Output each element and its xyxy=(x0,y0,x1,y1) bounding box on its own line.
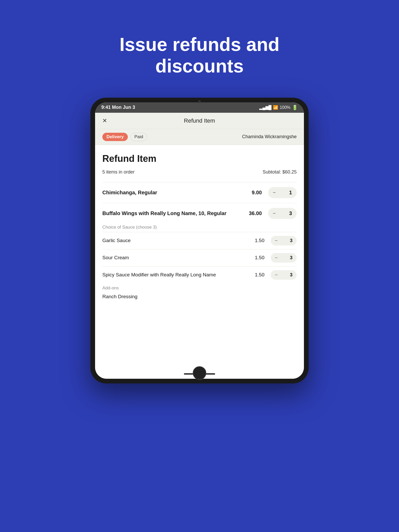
modifier-name: Sour Cream xyxy=(102,255,249,261)
addons-label: Add-ons xyxy=(102,285,297,291)
decrease-modifier-button[interactable]: − xyxy=(275,238,278,243)
modifier-row: Sour Cream 1.50 − 3 xyxy=(102,249,297,266)
item-name: Chimichanga, Regular xyxy=(102,190,157,195)
quantity-value: 3 xyxy=(289,210,292,216)
modifier-row: Garlic Sauce 1.50 − 3 xyxy=(102,232,297,249)
item-row: Buffalo Wings with Really Long Name, 10,… xyxy=(102,203,297,224)
modifier-name: Garlic Sauce xyxy=(102,238,249,243)
modifier-price: 1.50 xyxy=(255,272,264,278)
modal-header: ✕ Refund Item xyxy=(95,113,304,129)
modal-title: Refund Item xyxy=(184,117,215,124)
modifier-quantity-control[interactable]: − 3 xyxy=(271,270,297,280)
delivery-tag: Delivery xyxy=(102,133,128,141)
status-icons: ▂▄▆█ 📶 100% 🔋 xyxy=(259,105,298,110)
order-summary-row: 5 items in order Subtotal: $60.25 xyxy=(102,169,297,175)
item-price: 36.00 xyxy=(246,210,262,216)
modifier-name: Spicy Sauce Modifier with Really Really … xyxy=(102,272,249,278)
tablet-device: 9:41 Mon Jun 3 ▂▄▆█ 📶 100% 🔋 ✕ Refund It… xyxy=(90,98,309,383)
status-bar: 9:41 Mon Jun 3 ▂▄▆█ 📶 100% 🔋 xyxy=(95,102,304,113)
hero-title: Issue refunds and discounts xyxy=(119,34,280,77)
item-info: Buffalo Wings with Really Long Name, 10,… xyxy=(102,210,240,216)
battery-icon: 🔋 xyxy=(292,105,298,110)
modifier-price: 1.50 xyxy=(255,238,264,243)
modifier-quantity-value: 3 xyxy=(290,238,292,243)
modifier-quantity-value: 3 xyxy=(290,272,292,278)
item-info: Chimichanga, Regular xyxy=(102,190,240,196)
close-button[interactable]: ✕ xyxy=(102,117,107,124)
wifi-icon: 📶 xyxy=(273,105,278,110)
status-time: 9:41 Mon Jun 3 xyxy=(101,105,135,110)
paid-tag: Paid xyxy=(130,133,147,141)
item-price: 9.00 xyxy=(246,190,262,196)
tablet-home-button[interactable] xyxy=(193,366,206,380)
modifier-quantity-control[interactable]: − 3 xyxy=(271,236,297,245)
customer-name: Chaminda Wickramingshe xyxy=(242,134,297,139)
quantity-control[interactable]: − 1 xyxy=(268,187,297,198)
modifier-row: Spicy Sauce Modifier with Really Really … xyxy=(102,266,297,283)
quantity-value: 1 xyxy=(289,190,292,196)
addon-item: Ranch Dressing xyxy=(102,292,297,302)
decrease-modifier-button[interactable]: − xyxy=(275,255,278,261)
items-count: 5 items in order xyxy=(102,169,135,175)
modifier-quantity-value: 3 xyxy=(290,255,292,261)
signal-icon: ▂▄▆█ xyxy=(259,105,271,110)
item-name: Buffalo Wings with Really Long Name, 10,… xyxy=(102,210,227,216)
decrease-modifier-button[interactable]: − xyxy=(275,272,278,278)
quantity-control[interactable]: − 3 xyxy=(268,208,297,219)
decrease-quantity-button[interactable]: − xyxy=(273,190,276,196)
refund-item-heading: Refund Item xyxy=(102,153,297,164)
battery-label: 100% xyxy=(280,105,290,110)
decrease-quantity-button[interactable]: − xyxy=(273,210,276,216)
tablet-screen: 9:41 Mon Jun 3 ▂▄▆█ 📶 100% 🔋 ✕ Refund It… xyxy=(95,102,304,379)
subtotal: Subtotal: $60.25 xyxy=(263,169,297,175)
tablet-camera xyxy=(198,100,201,103)
modifier-group-label: Choice of Sauce (choose 3) xyxy=(102,225,297,230)
modifier-price: 1.50 xyxy=(255,255,264,261)
item-row: Chimichanga, Regular 9.00 − 1 xyxy=(102,182,297,203)
order-tags: Delivery Paid xyxy=(102,133,147,141)
order-info-bar: Delivery Paid Chaminda Wickramingshe xyxy=(95,129,304,145)
modifier-quantity-control[interactable]: − 3 xyxy=(271,253,297,263)
modal-content[interactable]: Refund Item 5 items in order Subtotal: $… xyxy=(95,145,304,369)
